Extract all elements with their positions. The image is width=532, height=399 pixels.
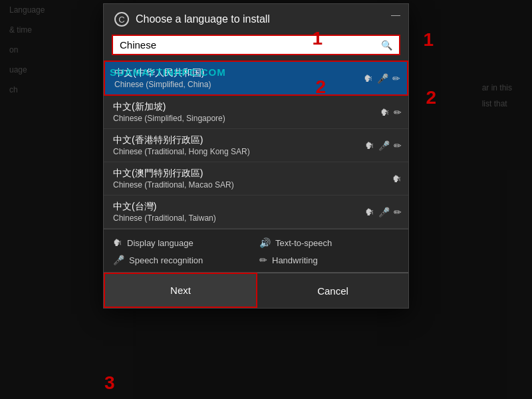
lang-subtitle: Chinese (Traditional, Hong Kong SAR) [113,147,399,156]
lang-name: 中文(台灣) [113,201,399,213]
feature-speech-recognition: 🎤 Speech recognition [113,253,253,267]
lang-feature-icons: 🗣 [392,174,402,184]
feature-text-to-speech: 🔊 Text-to-speech [259,236,399,249]
lang-subtitle: Chinese (Traditional, Macao SAR) [113,180,399,190]
annotation-num1: 1 [423,29,434,51]
dialog-footer: Next Cancel [104,272,408,308]
feature-display-label: Display language [127,238,194,248]
list-item[interactable]: 中文(台灣) Chinese (Traditional, Taiwan) 🗣 🎤… [104,196,408,229]
dialog-logo-icon: C [114,12,129,27]
annotation-2: 2 [315,76,326,98]
display-lang-icon: 🗣 [365,140,374,151]
features-section: 🗣 Display language 🔊 Text-to-speech 🎤 Sp… [104,229,408,272]
dialog-title: Choose a language to install [136,13,398,25]
tts-feature-icon: 🔊 [259,237,271,248]
language-list: 中文(中华人民共和国) Chinese (Simplified, China) … [104,61,408,229]
search-input[interactable] [120,39,378,51]
lang-feature-icons: 🗣 🎤 ✏ [365,140,402,151]
feature-speech-label: Speech recognition [129,255,203,265]
dialog-titlebar: C Choose a language to install — [104,4,408,32]
handwriting-icon: ✏ [392,73,400,84]
search-icon: 🔍 [381,40,392,51]
speech-icon: 🎤 [378,140,390,151]
feature-tts-label: Text-to-speech [275,238,332,248]
feature-handwriting: ✏ Handwriting [259,253,399,267]
annotation-1: 1 [312,28,323,49]
list-item[interactable]: 中文(新加坡) Chinese (Simplified, Singapore) … [104,96,408,129]
display-lang-icon: 🗣 [365,207,374,217]
lang-name: 中文(香港特别行政區) [113,134,399,146]
search-container: 🔍 [104,32,408,61]
watermark: SUAMAYTINHPC.COM [110,66,226,78]
lang-feature-icons: 🗣 🎤 ✏ [364,73,400,84]
feature-display-language: 🗣 Display language [113,236,253,249]
handwriting-icon: ✏ [394,140,402,151]
lang-subtitle: Chinese (Simplified, China) [114,80,398,89]
search-box: 🔍 [112,35,400,55]
lang-subtitle: Chinese (Traditional, Taiwan) [113,213,399,223]
display-lang-icon: 🗣 [380,107,390,118]
list-item[interactable]: 中文(香港特别行政區) Chinese (Traditional, Hong K… [104,129,408,162]
language-install-dialog: C Choose a language to install — 🔍 1 中文(… [103,3,409,309]
speech-feature-icon: 🎤 [113,255,124,265]
features-grid: 🗣 Display language 🔊 Text-to-speech 🎤 Sp… [113,236,399,267]
annotation-3: 3 [104,372,115,394]
lang-name: 中文(澳門特別行政區) [113,168,399,180]
list-item[interactable]: 中文(澳門特別行政區) Chinese (Traditional, Macao … [104,162,408,196]
lang-subtitle: Chinese (Simplified, Singapore) [113,114,399,123]
handwriting-icon: ✏ [394,207,402,217]
lang-feature-icons: 🗣 🎤 ✏ [365,207,402,217]
cancel-button[interactable]: Cancel [257,273,408,308]
feature-handwriting-label: Handwriting [272,255,318,265]
handwriting-feature-icon: ✏ [259,255,267,265]
handwriting-icon: ✏ [394,107,402,118]
display-lang-icon: 🗣 [392,174,402,184]
list-item[interactable]: 中文(中华人民共和国) Chinese (Simplified, China) … [104,61,408,96]
speech-icon: 🎤 [377,73,388,84]
close-icon[interactable]: — [391,9,400,20]
lang-feature-icons: 🗣 ✏ [380,107,402,118]
svg-text:C: C [118,15,124,25]
display-lang-feature-icon: 🗣 [113,237,122,248]
next-button[interactable]: Next [104,273,257,308]
lang-name: 中文(新加坡) [113,101,399,113]
display-lang-icon: 🗣 [364,73,373,84]
speech-icon: 🎤 [378,207,390,217]
